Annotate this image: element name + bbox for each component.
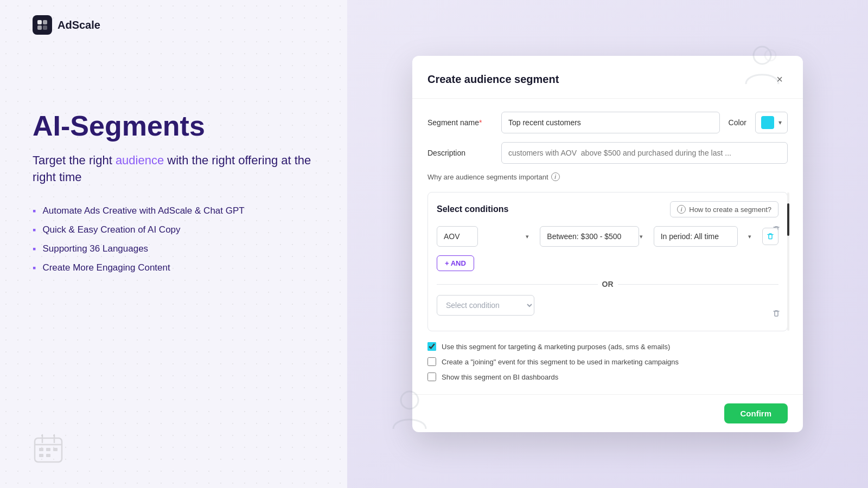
checkbox-row-3: Show this segment on BI dashboards: [427, 373, 788, 381]
or-line-right: [618, 284, 779, 285]
color-swatch: [761, 116, 774, 129]
between-select[interactable]: Between: $300 - $500: [540, 226, 639, 247]
main-content: AI-Segments Target the right audience wi…: [33, 111, 315, 274]
confirm-button[interactable]: Confirm: [724, 403, 788, 423]
period-select[interactable]: In period: All time: [654, 226, 738, 247]
svg-point-15: [401, 391, 418, 409]
svg-rect-1: [43, 20, 47, 24]
logo-bar: AdScale: [33, 0, 315, 35]
between-chevron-icon: ▾: [640, 233, 643, 240]
segment-name-row: Segment name* Color ▾: [427, 112, 788, 133]
svg-rect-12: [46, 454, 50, 457]
or-line-left: [437, 284, 598, 285]
subheading-highlight: audience: [116, 153, 164, 167]
how-to-label: How to create a segment?: [689, 206, 771, 214]
feature-item-2: Quick & Easy Creation of AI Copy: [33, 224, 315, 236]
between-select-wrapper[interactable]: Between: $300 - $500 ▾: [540, 226, 648, 247]
color-selector[interactable]: ▾: [755, 112, 788, 133]
or-label: OR: [598, 280, 618, 288]
checkbox-targeting-label: Use this segment for targeting & marketi…: [442, 343, 670, 351]
feature-item-4: Create More Engaging Content: [33, 262, 315, 274]
checkboxes-section: Use this segment for targeting & marketi…: [427, 342, 788, 381]
aov-chevron-icon: ▾: [526, 233, 529, 240]
condition-row-1: AOV ▾ Between: $300 - $500 ▾ In period: …: [437, 226, 778, 247]
subheading: Target the right audience with the right…: [33, 152, 315, 186]
checkbox-joining[interactable]: [427, 357, 436, 366]
or-condition-select[interactable]: Select condition: [437, 295, 534, 316]
conditions-header: Select conditions i How to create a segm…: [437, 201, 778, 217]
segment-name-input[interactable]: [501, 112, 720, 133]
svg-rect-3: [43, 25, 47, 30]
conditions-section: Select conditions i How to create a segm…: [427, 192, 788, 331]
conditions-title: Select conditions: [437, 204, 508, 214]
checkbox-bi[interactable]: [427, 373, 436, 381]
checkbox-row-1: Use this segment for targeting & marketi…: [427, 342, 788, 351]
why-label: Why are audience segments important: [427, 173, 548, 181]
how-to-info-icon: i: [677, 205, 686, 214]
modal: Create audience segment × Segment name* …: [412, 56, 803, 432]
and-button[interactable]: + AND: [437, 255, 474, 271]
color-label: Color: [729, 118, 746, 127]
modal-footer: Confirm: [412, 394, 803, 432]
person-icon-top: [743, 43, 781, 89]
feature-item-3: Supporting 36 Languages: [33, 243, 315, 255]
logo-text: AdScale: [58, 19, 100, 31]
svg-rect-10: [53, 448, 58, 451]
svg-rect-9: [46, 448, 50, 451]
checkbox-bi-label: Show this segment on BI dashboards: [442, 373, 558, 381]
person-icon-bottom: [391, 388, 429, 434]
condition-delete-button[interactable]: [762, 228, 778, 245]
svg-rect-0: [37, 20, 42, 24]
or-divider: OR: [437, 280, 778, 288]
logo-icon: [33, 15, 52, 35]
segment-name-label: Segment name*: [427, 118, 493, 127]
svg-rect-2: [37, 25, 42, 30]
how-to-button[interactable]: i How to create a segment?: [670, 201, 778, 217]
description-input[interactable]: [501, 142, 788, 164]
modal-title: Create audience segment: [427, 73, 559, 86]
or-condition-row: Select condition: [437, 295, 778, 316]
color-chevron-icon: ▾: [778, 119, 782, 126]
period-chevron-icon: ▾: [748, 233, 751, 240]
checkbox-row-2: Create a "joining" event for this segmen…: [427, 357, 788, 366]
why-link[interactable]: Why are audience segments important i: [427, 172, 788, 181]
aov-select-wrapper[interactable]: AOV ▾: [437, 226, 534, 247]
svg-rect-8: [39, 448, 43, 451]
main-heading: AI-Segments: [33, 111, 315, 142]
subheading-plain: Target the right: [33, 153, 116, 167]
svg-point-13: [754, 47, 771, 64]
features-list: Automate Ads Creative with AdScale & Cha…: [33, 206, 315, 274]
right-panel: Create audience segment × Segment name* …: [347, 0, 868, 488]
scroll-thumb: [787, 203, 789, 236]
modal-body[interactable]: Segment name* Color ▾ Description Why ar…: [412, 99, 803, 394]
calendar-icon-decoration: [33, 433, 64, 466]
scroll-track: [787, 192, 789, 331]
svg-rect-11: [39, 454, 43, 457]
info-icon: i: [551, 172, 560, 181]
description-label: Description: [427, 149, 493, 157]
period-select-wrapper[interactable]: In period: All time ▾: [654, 226, 757, 247]
aov-select[interactable]: AOV: [437, 226, 478, 247]
feature-item-1: Automate Ads Creative with AdScale & Cha…: [33, 206, 315, 217]
left-panel: AdScale AI-Segments Target the right aud…: [0, 0, 347, 488]
description-row: Description: [427, 142, 788, 164]
checkbox-joining-label: Create a "joining" event for this segmen…: [442, 358, 679, 366]
checkbox-targeting[interactable]: [427, 342, 436, 351]
